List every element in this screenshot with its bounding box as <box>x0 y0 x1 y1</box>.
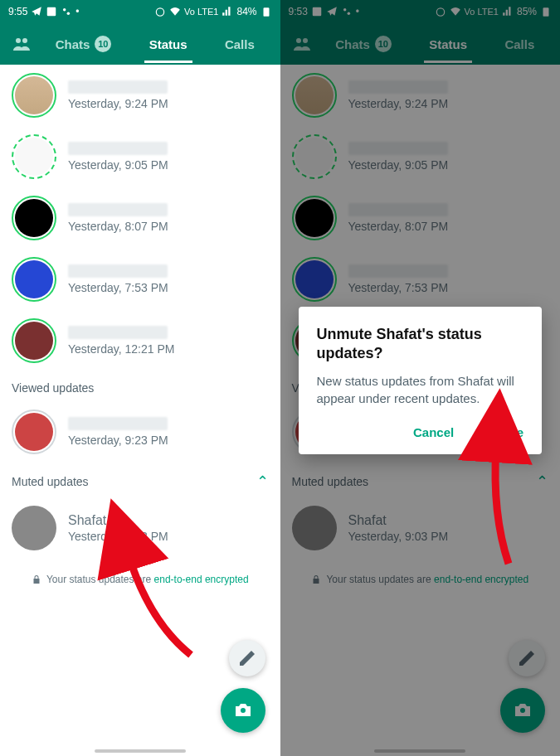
avatar <box>15 199 53 237</box>
status-list: Yesterday, 9:24 PM Yesterday, 9:05 PM Ye… <box>0 65 280 600</box>
avatar <box>15 413 53 451</box>
screenshot-left: 9:55 • Vo LTE1 84% Chats 10 Status Calls <box>0 0 280 756</box>
tab-calls[interactable]: Calls <box>220 27 260 61</box>
network-text: Vo LTE1 <box>184 7 218 17</box>
status-bar: 9:55 • Vo LTE1 84% <box>0 0 280 23</box>
camera-icon <box>233 700 253 720</box>
svg-point-6 <box>22 38 27 43</box>
signal-icon <box>222 6 233 17</box>
status-row[interactable]: Yesterday, 9:05 PM <box>0 126 280 187</box>
unmute-dialog: Unmute Shafat's status updates? New stat… <box>299 307 543 454</box>
svg-point-1 <box>63 8 66 11</box>
contact-name-blurred <box>68 417 168 430</box>
contact-name-blurred <box>68 264 168 278</box>
camera-fab[interactable] <box>221 688 265 733</box>
contact-name-blurred <box>68 142 168 155</box>
avatar <box>15 138 53 176</box>
avatar <box>15 76 53 114</box>
dialog-title: Unmute Shafat's status updates? <box>317 325 524 364</box>
svg-point-2 <box>67 12 71 15</box>
avatar <box>15 322 53 360</box>
home-indicator <box>95 749 186 753</box>
svg-rect-0 <box>47 7 56 17</box>
screenshot-right: 9:53 • Vo LTE1 85% Chats10 Status Calls … <box>280 0 561 756</box>
encryption-notice: Your status updates are end-to-end encry… <box>0 559 280 600</box>
encryption-link[interactable]: end-to-end encrypted <box>154 574 249 585</box>
clock-text: 9:55 <box>8 6 27 17</box>
contact-name-blurred <box>68 326 168 339</box>
telegram-icon <box>31 6 42 17</box>
status-row[interactable]: Yesterday, 12:21 PM <box>0 310 280 371</box>
contact-name-blurred <box>68 203 168 216</box>
muted-updates-header[interactable]: Muted updates⌃ <box>0 463 280 497</box>
unmute-button[interactable]: Unmute <box>477 425 523 439</box>
dialog-body: New status updates from Shafat will appe… <box>317 372 524 407</box>
alarm-icon <box>154 6 166 17</box>
slack-icon <box>61 6 72 17</box>
svg-point-5 <box>16 38 21 43</box>
tab-status[interactable]: Status <box>144 27 192 61</box>
avatar <box>12 506 56 550</box>
image-icon <box>46 6 57 17</box>
battery-icon <box>261 6 272 17</box>
community-icon[interactable] <box>7 34 37 54</box>
tab-chats[interactable]: Chats 10 <box>51 26 117 62</box>
status-row[interactable]: Yesterday, 9:24 PM <box>0 65 280 126</box>
lock-icon <box>32 574 41 584</box>
svg-point-3 <box>156 8 163 16</box>
contact-name: Shafat <box>68 513 168 528</box>
app-header: Chats 10 Status Calls <box>0 23 280 65</box>
chats-badge: 10 <box>95 36 111 52</box>
avatar <box>15 260 53 298</box>
status-row[interactable]: Yesterday, 7:53 PM <box>0 249 280 310</box>
cancel-button[interactable]: Cancel <box>413 425 454 439</box>
status-row[interactable]: Yesterday, 9:23 PM <box>0 401 280 463</box>
status-row-muted[interactable]: ShafatYesterday, 9:03 PM <box>0 497 280 559</box>
contact-name-blurred <box>68 80 168 94</box>
battery-text: 84% <box>236 6 256 17</box>
wifi-icon <box>169 6 181 17</box>
status-row[interactable]: Yesterday, 8:07 PM <box>0 187 280 249</box>
viewed-updates-header: Viewed updates <box>0 371 280 401</box>
pencil-icon <box>237 648 257 668</box>
svg-rect-4 <box>263 7 269 16</box>
chevron-up-icon: ⌃ <box>256 472 269 491</box>
edit-fab[interactable] <box>229 640 265 676</box>
